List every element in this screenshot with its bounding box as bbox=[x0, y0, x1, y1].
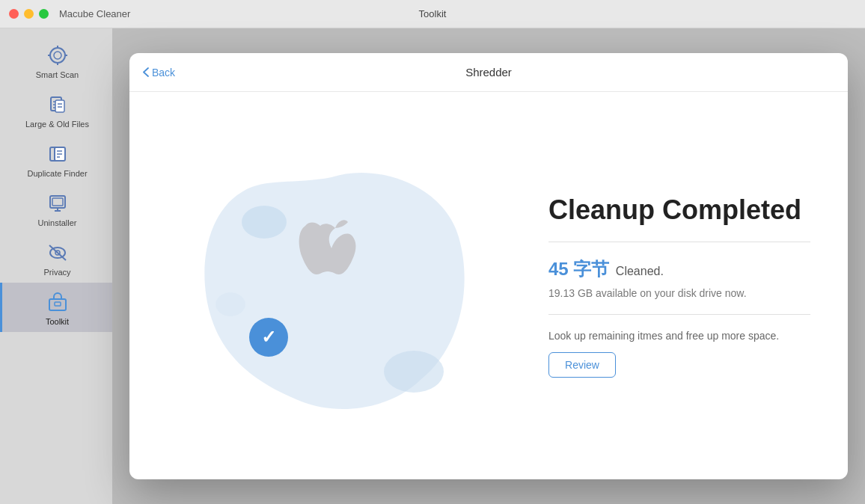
sidebar-label-large-old-files: Large & Old Files bbox=[25, 120, 89, 129]
blob-svg bbox=[189, 155, 474, 417]
svg-point-0 bbox=[50, 48, 65, 63]
review-button[interactable]: Review bbox=[548, 352, 616, 378]
privacy-icon bbox=[46, 241, 70, 265]
chevron-left-icon bbox=[143, 67, 149, 77]
titlebar: Macube Cleaner Toolkit bbox=[0, 0, 865, 28]
app-name: Macube Cleaner bbox=[59, 8, 130, 19]
sidebar-item-smart-scan[interactable]: Smart Scan bbox=[0, 36, 112, 85]
svg-point-1 bbox=[54, 52, 61, 59]
svg-point-28 bbox=[384, 351, 444, 393]
window-controls bbox=[9, 9, 49, 19]
cleanup-completed-title: Cleanup Completed bbox=[548, 194, 810, 226]
scan-icon bbox=[46, 43, 70, 67]
modal-body: ✓ Cleanup Completed 45 字节 Cleaned. 19.13… bbox=[129, 92, 848, 479]
svg-rect-10 bbox=[55, 100, 64, 112]
duplicate-icon bbox=[46, 142, 70, 166]
files-icon bbox=[46, 93, 70, 117]
back-button[interactable]: Back bbox=[143, 67, 175, 79]
svg-point-27 bbox=[242, 206, 287, 239]
sidebar-label-privacy: Privacy bbox=[43, 268, 70, 277]
look-up-text: Look up remaining itmes and free up more… bbox=[548, 330, 810, 342]
review-label: Review bbox=[565, 359, 599, 371]
sidebar-label-toolkit: Toolkit bbox=[46, 317, 69, 326]
sidebar: Smart Scan Large & Old Files bbox=[0, 28, 112, 504]
svg-rect-19 bbox=[52, 198, 63, 206]
illustration-area: ✓ bbox=[129, 136, 534, 435]
back-label: Back bbox=[152, 67, 175, 79]
window-title: Toolkit bbox=[419, 8, 447, 19]
divider-1 bbox=[548, 242, 810, 242]
check-circle: ✓ bbox=[249, 318, 288, 357]
disk-info: 19.13 GB available on your disk drive no… bbox=[548, 287, 810, 299]
close-button[interactable] bbox=[9, 9, 19, 19]
cleaned-label: Cleaned. bbox=[616, 265, 664, 277]
sidebar-label-uninstaller: Uninstaller bbox=[38, 218, 77, 227]
content-area: Back Shredder bbox=[112, 28, 865, 504]
sidebar-label-duplicate-finder: Duplicate Finder bbox=[27, 169, 87, 178]
sidebar-item-large-old-files[interactable]: Large & Old Files bbox=[0, 85, 112, 135]
svg-rect-25 bbox=[49, 299, 66, 310]
stats-row: 45 字节 Cleaned. bbox=[548, 257, 810, 281]
uninstaller-icon bbox=[46, 191, 70, 215]
modal-header: Back Shredder bbox=[129, 53, 848, 92]
apple-illustration: ✓ bbox=[189, 155, 474, 417]
svg-point-29 bbox=[216, 292, 245, 316]
sidebar-item-toolkit[interactable]: Toolkit bbox=[0, 283, 112, 332]
modal-panel: Back Shredder bbox=[129, 53, 848, 479]
minimize-button[interactable] bbox=[24, 9, 34, 19]
info-panel: Cleanup Completed 45 字节 Cleaned. 19.13 G… bbox=[534, 164, 848, 407]
modal-title: Shredder bbox=[465, 66, 512, 79]
sidebar-item-privacy[interactable]: Privacy bbox=[0, 233, 112, 283]
sidebar-label-smart-scan: Smart Scan bbox=[36, 70, 79, 79]
main-layout: Smart Scan Large & Old Files bbox=[0, 28, 865, 504]
sidebar-item-uninstaller[interactable]: Uninstaller bbox=[0, 184, 112, 233]
cleaned-amount: 45 字节 bbox=[548, 259, 609, 279]
divider-2 bbox=[548, 314, 810, 315]
svg-rect-26 bbox=[55, 302, 61, 306]
maximize-button[interactable] bbox=[39, 9, 49, 19]
sidebar-item-duplicate-finder[interactable]: Duplicate Finder bbox=[0, 135, 112, 184]
toolkit-icon bbox=[46, 290, 70, 314]
